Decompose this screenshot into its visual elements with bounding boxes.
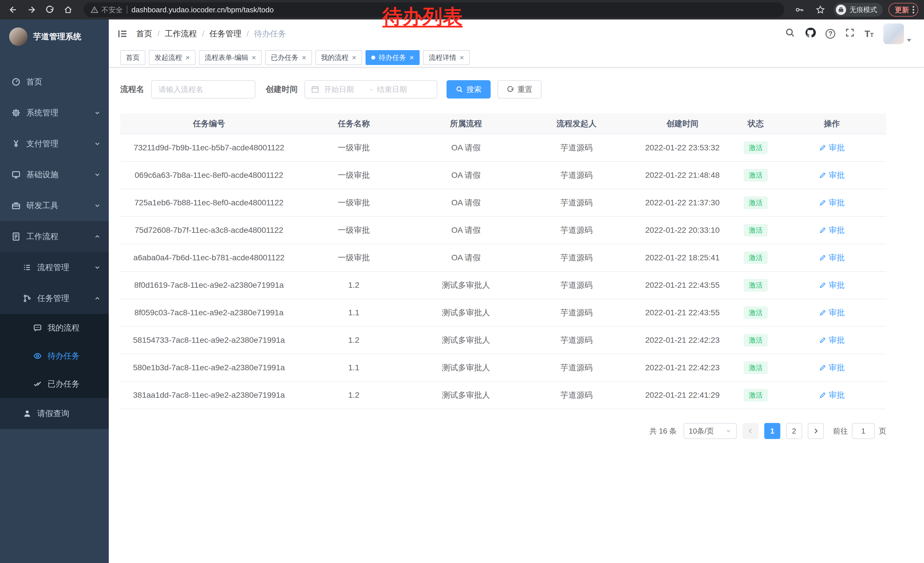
status-badge: 激活 <box>744 141 768 154</box>
chevron-up-icon <box>94 233 101 240</box>
page-button-1[interactable]: 1 <box>764 423 780 439</box>
approve-link[interactable]: 审批 <box>819 362 845 373</box>
header-search-button[interactable] <box>785 27 795 40</box>
github-link[interactable] <box>805 27 816 41</box>
tab-process-detail[interactable]: 流程详情 × <box>423 50 470 65</box>
sidebar-item-leave-query[interactable]: 请假查询 <box>0 398 109 429</box>
breadcrumb-item[interactable]: 任务管理 <box>210 29 242 39</box>
cell-task-id: 8f0d1619-7ac8-11ec-a9e2-a2380e71991a <box>120 272 298 299</box>
end-date-input[interactable] <box>377 85 418 94</box>
approve-link[interactable]: 审批 <box>819 225 845 236</box>
security-status[interactable]: 不安全 <box>90 5 123 15</box>
browser-reload-button[interactable] <box>42 2 57 17</box>
breadcrumb-item[interactable]: 工作流程 <box>165 29 197 39</box>
approve-link[interactable]: 审批 <box>819 335 845 346</box>
approve-link[interactable]: 审批 <box>819 197 845 208</box>
cell-initiator: 芋道源码 <box>522 354 631 381</box>
search-button[interactable]: 搜索 <box>447 80 490 99</box>
tab-close-icon[interactable]: × <box>352 54 356 61</box>
sidebar-item-label: 待办任务 <box>48 350 101 362</box>
browser-menu-icon[interactable] <box>912 6 914 14</box>
tab-label: 我的流程 <box>321 53 349 62</box>
status-badge: 激活 <box>744 362 768 374</box>
reset-button[interactable]: 重置 <box>498 80 542 99</box>
prev-page-button[interactable] <box>742 423 759 439</box>
tab-start-process[interactable]: 发起流程 × <box>149 50 195 65</box>
sidebar-item-my-process[interactable]: 我的流程 <box>0 314 109 342</box>
sidebar-item-workflow[interactable]: 工作流程 <box>0 221 109 252</box>
tab-close-icon[interactable]: × <box>302 54 306 61</box>
password-key-button[interactable] <box>792 2 807 17</box>
edit-icon <box>819 281 826 289</box>
app-logo <box>9 27 27 46</box>
sidebar-item-label: 支付管理 <box>26 138 88 149</box>
cell-process: 测试多审批人 <box>410 354 522 381</box>
sidebar-item-system[interactable]: 系统管理 <box>0 98 109 128</box>
process-name-input[interactable] <box>151 80 255 99</box>
breadcrumb-item[interactable]: 首页 <box>136 29 152 39</box>
edit-icon <box>819 199 826 206</box>
breadcrumb-separator: / <box>247 29 249 38</box>
cell-task-id: a6aba0a4-7b6d-11ec-b781-acde48001122 <box>120 244 298 272</box>
cell-initiator: 芋道源码 <box>522 134 631 162</box>
date-separator: - <box>370 85 372 94</box>
tab-close-icon[interactable]: × <box>186 54 190 61</box>
tab-close-icon[interactable]: × <box>252 54 256 61</box>
date-range-picker[interactable]: - <box>304 80 437 99</box>
status-badge: 激活 <box>744 197 768 209</box>
page-button-2[interactable]: 2 <box>786 423 802 439</box>
cell-task-id: 75d72608-7b7f-11ec-a3c8-acde48001122 <box>120 216 298 244</box>
approve-link[interactable]: 审批 <box>819 307 845 318</box>
tab-home[interactable]: 首页 <box>120 50 146 65</box>
sidebar-item-process-management[interactable]: 流程管理 <box>0 252 109 283</box>
browser-home-button[interactable] <box>61 2 76 17</box>
chevron-right-icon <box>812 428 819 434</box>
tab-label: 已办任务 <box>271 53 298 62</box>
approve-link[interactable]: 审批 <box>819 280 845 291</box>
edit-icon <box>819 309 826 317</box>
workflow-icon <box>12 232 21 241</box>
table-row: 725a1eb6-7b88-11ec-8ef0-acde48001122 一级审… <box>120 189 886 216</box>
goto-page-input[interactable] <box>852 423 875 439</box>
table-row: a6aba0a4-7b6d-11ec-b781-acde48001122 一级审… <box>120 244 886 272</box>
tab-done-tasks[interactable]: 已办任务 × <box>265 50 312 65</box>
approve-link[interactable]: 审批 <box>819 252 845 263</box>
sidebar-item-done-tasks[interactable]: 已办任务 <box>0 370 109 398</box>
browser-update-button[interactable]: 更新 <box>888 3 918 17</box>
sidebar-item-infra[interactable]: 基础设施 <box>0 159 109 190</box>
browser-forward-button[interactable] <box>24 2 39 17</box>
font-size-button[interactable]: TT <box>864 29 874 38</box>
user-menu[interactable] <box>884 24 911 44</box>
approve-link[interactable]: 审批 <box>819 390 845 401</box>
sidebar-item-task-management[interactable]: 任务管理 <box>0 283 109 314</box>
start-date-input[interactable] <box>324 85 365 94</box>
fullscreen-button[interactable] <box>845 28 855 40</box>
app-logo-row[interactable]: 芋道管理系统 <box>0 20 109 54</box>
help-button[interactable]: ? <box>825 29 835 39</box>
sidebar-collapse-button[interactable] <box>117 28 128 39</box>
tab-my-process[interactable]: 我的流程 × <box>315 50 362 65</box>
sidebar-item-label: 首页 <box>26 77 101 87</box>
next-page-button[interactable] <box>808 423 824 439</box>
page-size-select[interactable]: 10条/页 <box>684 423 737 439</box>
gear-icon <box>12 108 21 117</box>
sidebar-item-home[interactable]: 首页 <box>0 66 109 98</box>
column-header-process: 所属流程 <box>410 113 522 134</box>
sidebar-item-todo-tasks[interactable]: 待办任务 <box>0 342 109 370</box>
approve-link[interactable]: 审批 <box>819 170 845 181</box>
address-bar[interactable]: 不安全 dashboard.yudao.iocoder.cn/bpm/task/… <box>84 2 784 17</box>
sidebar-item-devtools[interactable]: 研发工具 <box>0 190 109 221</box>
fullscreen-icon <box>845 28 855 38</box>
double-check-icon <box>33 380 42 388</box>
cell-initiator: 芋道源码 <box>522 244 631 272</box>
cell-task-name: 一级审批 <box>298 244 410 272</box>
bookmark-star-button[interactable] <box>813 2 828 17</box>
tab-close-icon[interactable]: × <box>460 54 464 61</box>
breadcrumb: 首页 / 工作流程 / 任务管理 / 待办任务 <box>136 29 785 39</box>
browser-back-button[interactable] <box>6 2 21 17</box>
approve-link[interactable]: 审批 <box>819 142 845 153</box>
tab-form-edit[interactable]: 流程表单-编辑 × <box>199 50 262 65</box>
sidebar-item-payment[interactable]: 支付管理 <box>0 128 109 159</box>
tab-todo-tasks[interactable]: 待办任务 × <box>366 50 420 65</box>
tab-close-icon[interactable]: × <box>410 54 414 61</box>
